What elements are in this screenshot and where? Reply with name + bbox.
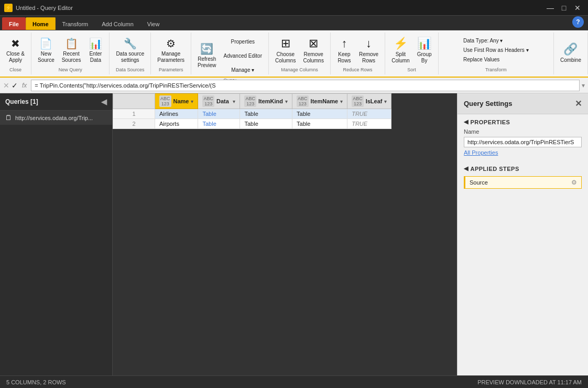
data-sources-label: Data Sources xyxy=(116,67,145,72)
cell-airports-data[interactable]: Table xyxy=(198,119,240,129)
properties-section-title: ◀ PROPERTIES xyxy=(458,114,588,127)
properties-button[interactable]: Properties xyxy=(221,35,265,48)
data-grid[interactable]: ABC123 Name ▾ ABC123 Data ▾ xyxy=(113,93,457,375)
col-filter-itemkind[interactable]: ▾ xyxy=(285,99,288,104)
all-properties-link[interactable]: All Properties xyxy=(458,148,588,157)
remove-rows-icon: ↓ xyxy=(366,37,372,50)
app-icon: ⚡ xyxy=(4,4,13,12)
ribbon-tabs: File Home Transform Add Column View ? xyxy=(0,16,588,30)
step-gear-icon[interactable]: ⚙ xyxy=(571,179,577,186)
ribbon-group-query-content: 🔄 Refresh Preview Properties Advanced Ed… xyxy=(194,35,265,77)
cell-airlines-itemname: Table xyxy=(292,109,347,119)
applied-steps-section-title: ◀ APPLIED STEPS xyxy=(458,161,588,174)
maximize-button[interactable]: □ xyxy=(558,3,570,13)
title-bar-title: Untitled - Query Editor xyxy=(16,5,73,11)
reduce-rows-label: Reduce Rows xyxy=(343,67,373,72)
sidebar-collapse-button[interactable]: ◀ xyxy=(101,98,107,106)
col-header-data[interactable]: ABC123 Data ▾ xyxy=(198,94,240,109)
step-source[interactable]: Source ⚙ xyxy=(464,176,582,189)
query-table-icon: 🗒 xyxy=(5,114,12,122)
col-name-isleaf: IsLeaf xyxy=(366,98,383,104)
formula-fx-label: fx xyxy=(20,82,29,89)
formula-input[interactable] xyxy=(31,80,580,91)
name-field-value[interactable]: http://services.odata.org/TripPinRESTier… xyxy=(464,137,582,147)
col-filter-data[interactable]: ▾ xyxy=(233,99,235,104)
query-settings-panel: Query Settings ✕ ◀ PROPERTIES Name http:… xyxy=(457,93,588,375)
main-layout: Queries [1] ◀ 🗒 http://services.odata.or… xyxy=(0,93,588,375)
ribbon-group-manage-columns-content: ⊞ Choose Columns ⊠ Remove Columns xyxy=(272,35,327,66)
choose-columns-button[interactable]: ⊞ Choose Columns xyxy=(272,35,299,66)
new-source-icon: 📄 xyxy=(39,37,52,50)
name-field-label: Name xyxy=(458,127,588,136)
remove-rows-button[interactable]: ↓ Remove Rows xyxy=(356,35,382,66)
col-filter-itemname[interactable]: ▾ xyxy=(340,99,343,104)
refresh-preview-icon: 🔄 xyxy=(200,42,213,55)
split-column-icon: ⚡ xyxy=(394,37,408,50)
sidebar: Queries [1] ◀ 🗒 http://services.odata.or… xyxy=(0,93,113,375)
properties-arrow-icon: ◀ xyxy=(464,118,469,125)
advanced-editor-button[interactable]: Advanced Editor xyxy=(221,49,265,62)
col-name-name: Name xyxy=(173,98,189,104)
cell-airports-isleaf: TRUE xyxy=(347,119,391,129)
parameters-label: Parameters xyxy=(159,67,183,72)
ribbon-group-data-sources: 🔧 Data source settings Data Sources xyxy=(110,33,151,74)
sidebar-item-query[interactable]: 🗒 http://services.odata.org/Trip... xyxy=(0,111,112,125)
manage-button[interactable]: Manage ▾ xyxy=(221,63,265,77)
help-button[interactable]: ? xyxy=(572,16,584,28)
col-header-itemkind[interactable]: ABC123 ItemKind ▾ xyxy=(240,94,292,109)
new-query-label: New Query xyxy=(59,67,82,72)
data-type-dropdown[interactable]: Data Type: Any ▾ xyxy=(461,37,505,45)
group-by-icon: 📊 xyxy=(417,37,431,50)
col-name-itemkind: ItemKind xyxy=(258,98,283,104)
window-close-button[interactable]: ✕ xyxy=(571,3,584,13)
enter-data-icon: 📊 xyxy=(89,37,102,50)
table-row[interactable]: 1 Airlines Table Table Table TRUE xyxy=(113,109,391,119)
col-name-data: Data xyxy=(216,98,229,104)
combine-button[interactable]: 🔗 Combine xyxy=(557,38,584,68)
refresh-preview-button[interactable]: 🔄 Refresh Preview xyxy=(194,40,220,71)
table-row[interactable]: 2 Airports Table Table Table TRUE xyxy=(113,119,391,129)
cell-airports-itemkind: Table xyxy=(240,119,292,129)
data-source-settings-button[interactable]: 🔧 Data source settings xyxy=(113,35,147,66)
ribbon-right: ? xyxy=(568,14,588,30)
col-header-name[interactable]: ABC123 Name ▾ xyxy=(155,94,198,109)
combine-icon: 🔗 xyxy=(563,42,578,56)
new-source-button[interactable]: 📄 New Source xyxy=(35,35,58,66)
recent-sources-button[interactable]: 📋 Recent Sources xyxy=(59,35,84,66)
col-filter-isleaf[interactable]: ▾ xyxy=(384,99,387,104)
keep-rows-button[interactable]: ↑ Keep Rows xyxy=(334,35,355,66)
split-column-button[interactable]: ⚡ Split Column xyxy=(388,35,412,66)
minimize-button[interactable]: — xyxy=(544,3,557,13)
close-apply-button[interactable]: ✖ Close & Apply xyxy=(3,35,28,66)
cell-airlines-name: Airlines xyxy=(155,109,198,119)
cell-airlines-data[interactable]: Table xyxy=(198,109,240,119)
remove-columns-button[interactable]: ⊠ Remove Columns xyxy=(300,35,326,66)
group-by-button[interactable]: 📊 Group By xyxy=(414,35,435,66)
ribbon-group-parameters-content: ⚙ Manage Parameters xyxy=(154,35,188,66)
tab-add-column[interactable]: Add Column xyxy=(95,17,140,30)
query-panel-close-button[interactable]: ✕ xyxy=(575,99,582,109)
use-first-row-dropdown[interactable]: Use First Row as Headers ▾ xyxy=(461,46,530,54)
sidebar-header: Queries [1] ◀ xyxy=(0,93,112,111)
sort-label: Sort xyxy=(407,67,416,72)
replace-values-button[interactable]: Replace Values xyxy=(461,56,502,63)
enter-data-button[interactable]: 📊 Enter Data xyxy=(85,35,106,66)
cell-airlines-itemkind: Table xyxy=(240,109,292,119)
formula-expand-icon[interactable]: ▾ xyxy=(582,82,585,89)
status-bar: 5 COLUMNS, 2 ROWS PREVIEW DOWNLOADED AT … xyxy=(0,375,588,388)
applied-steps-label: APPLIED STEPS xyxy=(471,166,519,172)
manage-parameters-button[interactable]: ⚙ Manage Parameters xyxy=(154,35,188,66)
tab-file[interactable]: File xyxy=(2,17,26,30)
data-table: ABC123 Name ▾ ABC123 Data ▾ xyxy=(113,93,391,129)
col-filter-name[interactable]: ▾ xyxy=(191,99,193,104)
formula-confirm-icon[interactable]: ✓ xyxy=(12,81,18,90)
col-header-isleaf[interactable]: ABC123 IsLeaf ▾ xyxy=(347,94,391,109)
tab-view[interactable]: View xyxy=(140,17,167,30)
ribbon-group-transform: Data Type: Any ▾ Use First Row as Header… xyxy=(439,33,554,74)
tab-home[interactable]: Home xyxy=(26,17,56,30)
tab-transform[interactable]: Transform xyxy=(56,17,95,30)
formula-cancel-icon[interactable]: ✕ xyxy=(3,81,9,90)
col-header-itemname[interactable]: ABC123 ItemName ▾ xyxy=(292,94,347,109)
formula-bar: ✕ ✓ fx ▾ xyxy=(0,78,588,93)
query-panel-title: Query Settings xyxy=(464,100,512,107)
